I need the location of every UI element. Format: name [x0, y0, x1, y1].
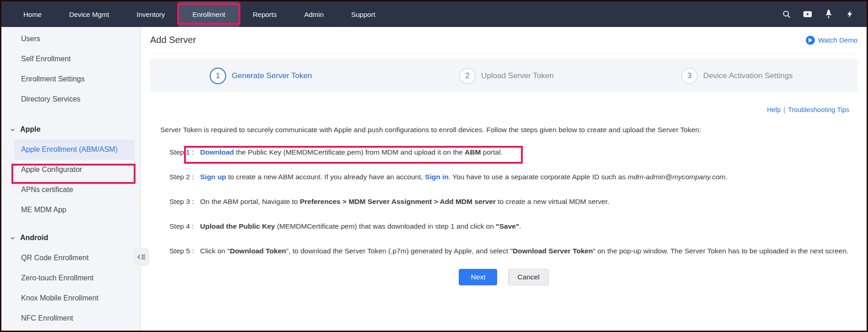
lightning-icon[interactable] [845, 9, 855, 19]
step-text-part: to create a new virtual MDM server. [496, 198, 609, 205]
intro-text: Server Token is required to securely com… [160, 125, 857, 134]
collapse-sidebar-icon[interactable] [134, 248, 149, 266]
instruction-step-5: Step 5 : Click on "Download Token", to d… [169, 242, 857, 260]
sidebar-item-apple-configurator[interactable]: Apple Configurator [1, 160, 141, 180]
instruction-steps: Step 1 : Download the Public Key (MEMDMC… [169, 143, 857, 260]
step-text: Click on "Download Token", to download t… [200, 242, 848, 260]
instruction-step-4: Step 4 : Upload the Public Key (MEMDMCer… [169, 217, 857, 236]
step-text-part: to create a new ABM account. If you alre… [226, 173, 425, 181]
sidebar-item-me-mdm-app[interactable]: ME MDM App [1, 200, 141, 220]
step-text-part: (MEMDMCertificate.pem) that was download… [275, 222, 496, 230]
sidebar-item-qr-code-enrollment[interactable]: QR Code Enrollment [1, 248, 141, 268]
nav-tabs: Home Device Mgmt Inventory Enrollment Re… [1, 1, 389, 27]
content-header: Add Server Watch Demo [150, 27, 857, 54]
sidebar-section-android[interactable]: Android [1, 228, 141, 248]
step-text-part: . [519, 222, 521, 230]
sidebar: Users Self Enrollment Enrollment Setting… [1, 27, 141, 332]
watch-demo-link[interactable]: Watch Demo [806, 36, 857, 45]
page-title: Add Server [150, 35, 196, 45]
chevron-down-icon [10, 127, 16, 133]
help-link[interactable]: Help [767, 106, 781, 113]
nav-tab-support[interactable]: Support [337, 1, 389, 27]
step-text-part: ", to download the Server Token (.p7m) g… [286, 247, 513, 255]
help-links: Help | Troubleshooting Tips [150, 106, 857, 113]
step-label: Step 2 : [169, 168, 200, 186]
action-buttons: Next Cancel [150, 269, 857, 285]
step-label: Upload Server Token [481, 71, 553, 80]
step-label: Generate Server Token [232, 71, 312, 80]
stepper-step-generate-token[interactable]: 1 Generate Server Token [210, 59, 312, 92]
sign-in-link[interactable]: Sign in [425, 173, 449, 181]
nav-icon-group [781, 1, 867, 27]
app-window: Home Device Mgmt Inventory Enrollment Re… [0, 0, 868, 332]
step-text-bold: Download Token [230, 247, 286, 255]
nav-tab-device-mgmt[interactable]: Device Mgmt [55, 1, 123, 27]
sidebar-section-apple[interactable]: Apple [1, 119, 141, 139]
step-label: Step 1 : [169, 143, 200, 161]
step-label: Step 4 : [169, 217, 200, 236]
step-text-bold: Upload the Public Key [200, 222, 275, 230]
help-separator: | [783, 106, 785, 113]
step-text: Download the Public Key (MEMDMCertificat… [200, 143, 503, 161]
sidebar-item-knox-mobile-enrollment[interactable]: Knox Mobile Enrollment [1, 288, 141, 308]
stepper-step-upload-token[interactable]: 2 Upload Server Token [459, 59, 553, 92]
step-text-bold: ABM [465, 148, 481, 156]
nav-tab-home[interactable]: Home [10, 1, 55, 27]
content-panel: Add Server Watch Demo 1 Generate Server … [141, 27, 867, 332]
step-text-part: Click on " [200, 247, 230, 255]
instruction-step-2: Step 2 : Sign up to create a new ABM acc… [169, 168, 857, 186]
rocket-icon[interactable] [824, 9, 834, 19]
step-text-part: the Public Key (MEMDMCertificate.pem) fr… [234, 148, 465, 156]
instruction-step-3: Step 3 : On the ABM portal, Navigate to … [169, 193, 857, 211]
step-number: 2 [459, 68, 476, 84]
sidebar-item-enrollment-settings[interactable]: Enrollment Settings [1, 69, 141, 89]
video-icon[interactable] [803, 9, 813, 19]
top-nav: Home Device Mgmt Inventory Enrollment Re… [1, 1, 867, 27]
sidebar-item-zero-touch-enrollment[interactable]: Zero-touch Enrollment [1, 268, 141, 288]
stepper: 1 Generate Server Token 2 Upload Server … [150, 59, 857, 92]
nav-tab-enrollment[interactable]: Enrollment [179, 1, 239, 27]
step-text: On the ABM portal, Navigate to Preferenc… [200, 193, 609, 211]
sign-up-link[interactable]: Sign up [200, 173, 226, 181]
nav-tab-inventory[interactable]: Inventory [123, 1, 179, 27]
step-label: Device Activation Settings [703, 71, 793, 80]
step-text-part: . [726, 173, 727, 181]
step-text-bold: "Save" [496, 222, 519, 230]
chevron-down-icon [10, 235, 16, 241]
step-label: Step 3 : [169, 193, 200, 211]
search-icon[interactable] [781, 9, 792, 19]
step-text: Sign up to create a new ABM account. If … [200, 168, 727, 186]
sidebar-section-apple-label: Apple [20, 125, 40, 134]
step-text: Upload the Public Key (MEMDMCertificate.… [200, 217, 521, 236]
nav-tab-admin[interactable]: Admin [290, 1, 337, 27]
step-number: 1 [210, 68, 226, 84]
instruction-step-1: Step 1 : Download the Public Key (MEMDMC… [169, 143, 857, 161]
cancel-button[interactable]: Cancel [508, 269, 548, 285]
step-number: 3 [681, 68, 698, 84]
main-layout: Users Self Enrollment Enrollment Setting… [1, 27, 867, 332]
sidebar-item-apns-certificate[interactable]: APNs certificate [1, 180, 141, 200]
troubleshooting-tips-link[interactable]: Troubleshooting Tips [788, 106, 849, 113]
sidebar-section-android-label: Android [20, 234, 48, 242]
step-text-bold: Preferences > MDM Server Assignment > Ad… [300, 198, 496, 205]
step-text-part: . You have to use a separate corporate A… [449, 173, 628, 181]
stepper-step-device-activation[interactable]: 3 Device Activation Settings [681, 59, 793, 92]
watch-demo-label: Watch Demo [818, 36, 857, 44]
play-circle-icon [806, 36, 815, 45]
step-text-bold: Download Server Token [513, 247, 593, 255]
step-label: Step 5 : [169, 242, 200, 260]
sidebar-item-nfc-enrollment[interactable]: NFC Enrollment [1, 308, 141, 328]
step-text-part: portal. [481, 148, 502, 156]
apple-id-example: mdm-admin@mycompany.com [628, 173, 726, 181]
step-text-part: " on the pop-up window. The Server Token… [593, 247, 848, 255]
sidebar-item-users[interactable]: Users [1, 29, 141, 49]
nav-tab-reports[interactable]: Reports [239, 1, 291, 27]
download-link[interactable]: Download [200, 148, 234, 156]
sidebar-item-self-enrollment[interactable]: Self Enrollment [1, 49, 141, 69]
next-button[interactable]: Next [459, 269, 497, 285]
sidebar-item-apple-enrollment[interactable]: Apple Enrollment (ABM/ASM) [14, 139, 135, 160]
sidebar-item-directory-services[interactable]: Directory Services [1, 89, 141, 109]
step-text-part: On the ABM portal, Navigate to [200, 198, 300, 205]
